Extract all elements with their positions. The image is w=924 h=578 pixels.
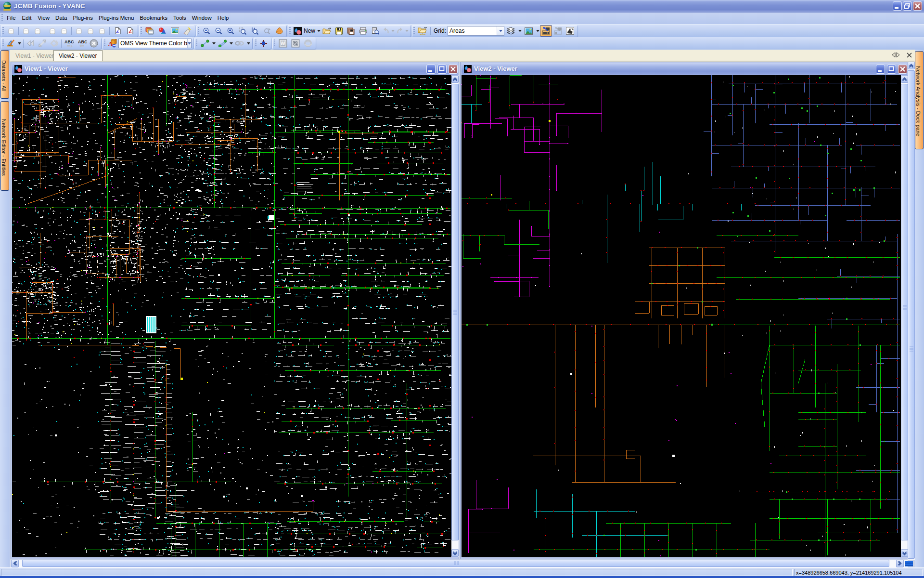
svg-text:ABC: ABC — [64, 39, 74, 44]
svg-text:A: A — [108, 40, 113, 47]
svg-text:W: W — [281, 41, 285, 46]
svg-text:ABC: ABC — [78, 39, 87, 44]
